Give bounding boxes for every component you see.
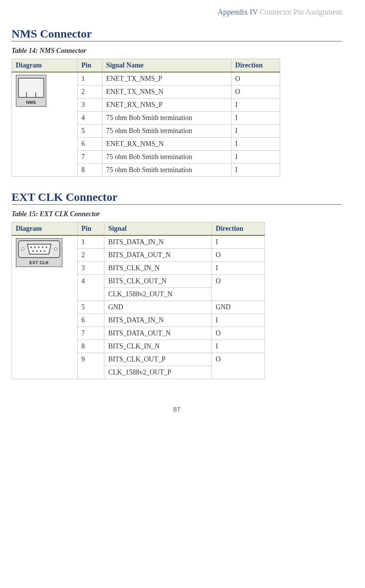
dir-cell: O — [231, 72, 280, 85]
svg-point-10 — [40, 250, 41, 252]
signal-cell: 75 ohm Bob Smith termination — [102, 151, 231, 164]
dir-cell: I — [231, 125, 280, 138]
svg-point-4 — [34, 246, 36, 248]
svg-point-3 — [30, 246, 32, 248]
table-header-row: Diagram Pin Signal Direction — [12, 222, 265, 236]
table-row: NMS 1 ENET_TX_NMS_P O — [12, 72, 280, 85]
pin-cell: 2 — [78, 249, 104, 262]
dir-cell: O — [212, 327, 265, 340]
dir-cell: O — [212, 353, 265, 379]
table-caption-14: Table 14: NMS Connector — [12, 47, 342, 55]
svg-point-7 — [46, 246, 47, 248]
svg-point-9 — [36, 250, 38, 252]
dir-cell: I — [212, 262, 265, 275]
signal-cell: BITS_CLK_OUT_N — [104, 275, 212, 288]
pin-cell: 5 — [78, 301, 104, 314]
signal-cell: BITS_DATA_OUT_N — [104, 249, 212, 262]
dir-cell: GND — [212, 301, 265, 314]
table-row: EXT CLK 1 BITS_DATA_IN_N I — [12, 235, 265, 249]
signal-cell: BITS_CLK_IN_N — [104, 340, 212, 353]
signal-cell: 75 ohm Bob Smith termination — [102, 125, 231, 138]
signal-cell: BITS_CLK_OUT_P — [104, 353, 212, 366]
col-signal: Signal Name — [102, 59, 231, 72]
appendix-title: Connector Pin Assignment — [260, 8, 342, 16]
svg-point-6 — [42, 246, 43, 248]
col-diagram: Diagram — [12, 59, 78, 72]
signal-cell: ENET_TX_NMS_N — [102, 85, 231, 99]
diagram-label: NMS — [18, 100, 44, 105]
pin-cell: 7 — [78, 327, 104, 340]
dir-cell: I — [231, 164, 280, 177]
pin-cell: 1 — [78, 235, 104, 249]
appendix-label: Appendix IV — [218, 8, 258, 16]
signal-cell: BITS_DATA_IN_N — [104, 314, 212, 327]
signal-cell: 75 ohm Bob Smith termination — [102, 164, 231, 177]
diagram-cell-extclk: EXT CLK — [12, 235, 78, 379]
pin-cell: 3 — [78, 262, 104, 275]
extclk-connector-table: Diagram Pin Signal Direction EXT CLK 1 B… — [12, 222, 265, 379]
pin-cell: 8 — [78, 340, 104, 353]
pin-cell: 7 — [78, 151, 102, 164]
col-pin: Pin — [78, 222, 104, 236]
pin-cell: 5 — [78, 125, 102, 138]
dir-cell: I — [231, 138, 280, 151]
pin-cell: 8 — [78, 164, 102, 177]
col-diagram: Diagram — [12, 222, 78, 236]
signal-cell: ENET_RX_NMS_P — [102, 99, 231, 112]
signal-cell: ENET_RX_NMS_N — [102, 138, 231, 151]
dir-cell: I — [212, 314, 265, 327]
signal-cell: ENET_TX_NMS_P — [102, 72, 231, 85]
dir-cell: O — [212, 249, 265, 262]
pin-cell: 2 — [78, 85, 102, 99]
svg-point-5 — [38, 246, 40, 248]
dir-cell: I — [212, 340, 265, 353]
signal-cell: CLK_1588v2_OUT_N — [104, 288, 212, 301]
signal-cell: BITS_CLK_IN_N — [104, 262, 212, 275]
dir-cell: I — [212, 235, 265, 249]
col-signal: Signal — [104, 222, 212, 236]
pin-cell: 6 — [78, 314, 104, 327]
col-direction: Direction — [231, 59, 280, 72]
dir-cell: O — [212, 275, 265, 301]
dir-cell: O — [231, 85, 280, 99]
rj45-port-icon: NMS — [16, 75, 46, 107]
col-direction: Direction — [212, 222, 265, 236]
diagram-cell-nms: NMS — [12, 72, 78, 177]
signal-cell: CLK_1588v2_OUT_P — [104, 366, 212, 379]
section-heading-nms: NMS Connector — [12, 27, 342, 41]
table-header-row: Diagram Pin Signal Name Direction — [12, 59, 280, 72]
svg-point-1 — [21, 248, 24, 251]
pin-cell: 6 — [78, 138, 102, 151]
signal-cell: 75 ohm Bob Smith termination — [102, 112, 231, 125]
svg-point-11 — [44, 250, 45, 252]
pin-cell: 1 — [78, 72, 102, 85]
svg-point-2 — [54, 248, 57, 251]
section-heading-extclk: EXT CLK Connector — [12, 191, 342, 205]
table-caption-15: Table 15: EXT CLK Connector — [12, 210, 342, 218]
dir-cell: I — [231, 112, 280, 125]
dir-cell: I — [231, 99, 280, 112]
pin-cell: 4 — [78, 112, 102, 125]
signal-cell: BITS_DATA_IN_N — [104, 235, 212, 249]
db9-port-icon: EXT CLK — [16, 238, 63, 267]
svg-point-8 — [32, 250, 34, 252]
col-pin: Pin — [78, 59, 102, 72]
pin-cell: 3 — [78, 99, 102, 112]
page-header: Appendix IV Connector Pin Assignment — [12, 8, 342, 16]
diagram-label: EXT CLK — [18, 260, 60, 265]
page-number: 87 — [12, 406, 342, 414]
dir-cell: I — [231, 151, 280, 164]
signal-cell: GND — [104, 301, 212, 314]
signal-cell: BITS_DATA_OUT_N — [104, 327, 212, 340]
nms-connector-table: Diagram Pin Signal Name Direction NMS 1 … — [12, 59, 280, 177]
pin-cell: 4 — [78, 275, 104, 301]
pin-cell: 9 — [78, 353, 104, 379]
